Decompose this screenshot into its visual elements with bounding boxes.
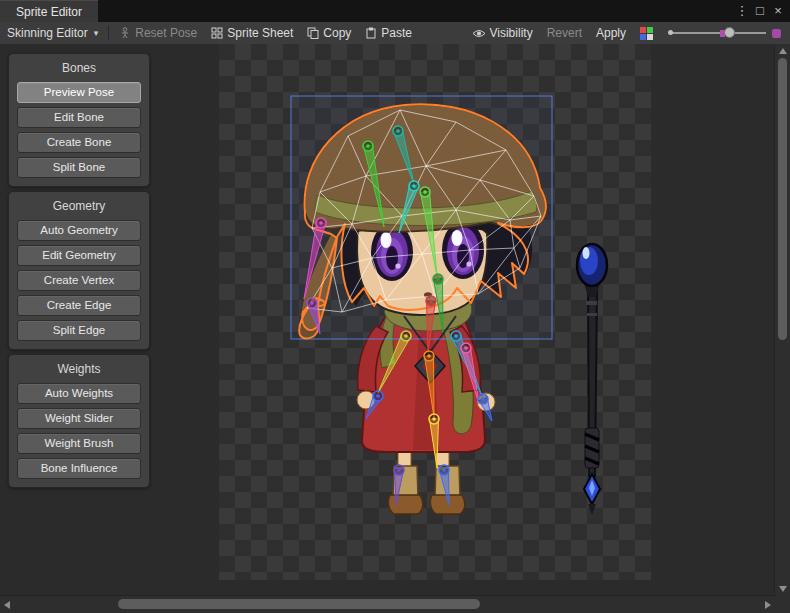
horizontal-scrollbar-thumb[interactable] [118, 599, 480, 609]
paste-icon [365, 27, 377, 39]
zoom-slider-min-dot [668, 30, 673, 35]
scrollbar-corner [775, 596, 790, 613]
sprite-color-swatch-button[interactable] [633, 22, 660, 44]
weight-slider-button[interactable]: Weight Slider [17, 408, 141, 429]
mode-dropdown[interactable]: Skinning Editor ▾ [0, 22, 105, 44]
bones-panel: Bones Preview Pose Edit Bone Create Bone… [8, 53, 150, 187]
window-maximize-icon[interactable]: □ [752, 0, 768, 22]
split-edge-button[interactable]: Split Edge [17, 320, 141, 341]
edit-geometry-button[interactable]: Edit Geometry [17, 245, 141, 266]
copy-button[interactable]: Copy [300, 22, 358, 44]
toolbar: Skinning Editor ▾ Reset Pose Sprite Shee… [0, 22, 790, 45]
weights-panel-title: Weights [17, 362, 141, 376]
revert-button[interactable]: Revert [540, 22, 589, 44]
scroll-down-arrow[interactable] [779, 586, 787, 592]
staff-sprite[interactable] [577, 244, 607, 515]
rgb-swatch-icon [640, 27, 653, 40]
sprite-sheet-button[interactable]: Sprite Sheet [204, 22, 300, 44]
mode-dropdown-label: Skinning Editor [7, 26, 88, 40]
scroll-right-arrow[interactable] [765, 601, 771, 609]
create-vertex-button[interactable]: Create Vertex [17, 270, 141, 291]
window-titlebar: Sprite Editor ⋮ □ × [0, 0, 790, 22]
weight-brush-button[interactable]: Weight Brush [17, 433, 141, 454]
edit-bone-button[interactable]: Edit Bone [17, 107, 141, 128]
reset-pose-button[interactable]: Reset Pose [112, 22, 204, 44]
window-menu-icon[interactable]: ⋮ [734, 0, 750, 22]
sprite-editor-window: Sprite Editor ⋮ □ × Skinning Editor ▾ Re… [0, 0, 790, 613]
split-bone-button[interactable]: Split Bone [17, 157, 141, 178]
vertical-scrollbar-thumb[interactable] [778, 58, 787, 340]
sprite-sheet-icon [211, 27, 223, 39]
zoom-slider[interactable] [668, 22, 768, 44]
tab-title: Sprite Editor [16, 5, 82, 19]
sprite-editor-tab[interactable]: Sprite Editor [0, 0, 98, 22]
visibility-button[interactable]: Visibility [465, 22, 540, 44]
geometry-panel-title: Geometry [17, 199, 141, 213]
window-close-icon[interactable]: × [770, 0, 786, 22]
reset-pose-icon [119, 27, 131, 39]
create-bone-button[interactable]: Create Bone [17, 132, 141, 153]
zoom-slider-track[interactable] [670, 32, 766, 34]
bone-influence-button[interactable]: Bone Influence [17, 458, 141, 479]
zoom-max-marker [772, 29, 781, 38]
horizontal-scrollbar[interactable] [0, 595, 775, 613]
toolbar-right-group: Visibility Revert Apply [465, 22, 790, 44]
auto-weights-button[interactable]: Auto Weights [17, 383, 141, 404]
copy-icon [307, 27, 319, 39]
window-controls: ⋮ □ × [734, 0, 790, 22]
geometry-panel: Geometry Auto Geometry Edit Geometry Cre… [8, 191, 150, 350]
paste-button[interactable]: Paste [358, 22, 419, 44]
scroll-left-arrow[interactable] [4, 601, 10, 609]
zoom-slider-handle[interactable] [724, 27, 735, 38]
chevron-down-icon: ▾ [94, 28, 99, 38]
apply-button[interactable]: Apply [589, 22, 633, 44]
eye-icon [472, 28, 486, 39]
preview-pose-button[interactable]: Preview Pose [17, 82, 141, 103]
auto-geometry-button[interactable]: Auto Geometry [17, 220, 141, 241]
toolbar-separator [108, 26, 109, 40]
create-edge-button[interactable]: Create Edge [17, 295, 141, 316]
bones-panel-title: Bones [17, 61, 141, 75]
vertical-scrollbar[interactable] [774, 44, 790, 596]
scroll-up-arrow[interactable] [779, 48, 787, 54]
weights-panel: Weights Auto Weights Weight Slider Weigh… [8, 354, 150, 488]
